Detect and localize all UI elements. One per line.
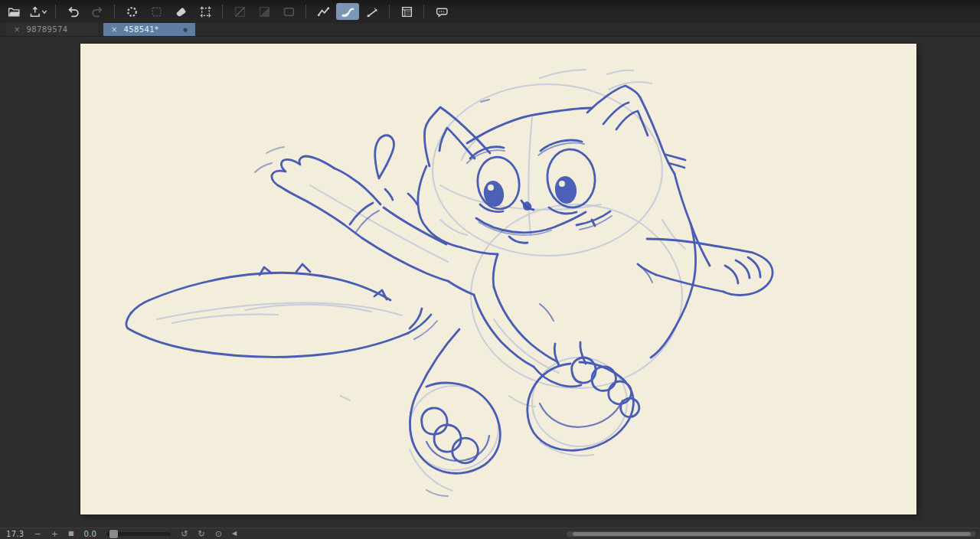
deselect-icon <box>150 5 163 18</box>
toolbar-separator <box>389 5 390 18</box>
layer-editor-icon <box>400 5 413 18</box>
rotate-ccw-button[interactable]: ↺ <box>181 530 188 538</box>
undo-icon <box>67 5 80 18</box>
reset-view-button[interactable]: ⊙ <box>215 530 222 538</box>
perspective-button <box>277 3 300 20</box>
toolbar <box>0 0 980 23</box>
tab-modified-indicator: ● <box>183 27 188 33</box>
open-file-icon <box>8 5 21 18</box>
fill-button[interactable] <box>169 3 192 20</box>
horizontal-scrollbar[interactable] <box>567 531 975 537</box>
sketch-construction-lines <box>157 70 685 491</box>
zoom-in-button[interactable]: + <box>51 530 58 538</box>
tab-label: 98789574 <box>26 25 90 34</box>
predictive-stroke-button[interactable] <box>312 3 335 20</box>
collapse-statusbar-button[interactable]: ◀ <box>232 531 237 537</box>
tab-458541[interactable]: ×458541*● <box>103 23 195 36</box>
tab-close-icon[interactable]: × <box>14 26 20 34</box>
deselect-button <box>145 3 168 20</box>
symmetry-y-icon <box>258 5 271 18</box>
ruler-icon <box>366 5 379 18</box>
steady-stroke-button[interactable] <box>336 3 359 20</box>
sketch-drawing <box>80 44 916 514</box>
export-icon <box>29 5 47 18</box>
drawing-canvas[interactable] <box>80 44 916 514</box>
redo-button <box>86 3 109 20</box>
rotation-slider[interactable] <box>106 532 171 536</box>
symmetry-x-button <box>228 3 251 20</box>
feedback-button[interactable] <box>430 3 452 20</box>
steady-stroke-icon <box>341 5 354 18</box>
selection-icon <box>126 5 139 18</box>
toolbar-separator <box>423 5 424 18</box>
symmetry-y-button <box>253 3 276 20</box>
toolbar-separator <box>114 5 115 18</box>
export-button[interactable] <box>27 3 50 20</box>
tab-98789574[interactable]: ×98789574 <box>6 23 98 36</box>
toolbar-separator <box>55 5 56 18</box>
feedback-icon <box>435 5 448 18</box>
app-window: ×98789574×458541*● <box>0 0 980 539</box>
tab-label: 458541* <box>123 25 177 34</box>
undo-button[interactable] <box>61 3 84 20</box>
open-file-button[interactable] <box>2 3 25 20</box>
toolbar-separator <box>305 5 306 18</box>
tab-close-icon[interactable]: × <box>111 26 117 34</box>
crop-button[interactable] <box>194 3 217 20</box>
status-bar: 17.3 − + ■ 0.0 ↺ ↻ ⊙ ◀ <box>0 528 980 539</box>
zoom-value: 17.3 <box>6 530 24 538</box>
layer-editor-button[interactable] <box>395 3 418 20</box>
redo-icon <box>91 5 104 18</box>
perspective-icon <box>283 5 296 18</box>
rotation-value: 0.0 <box>83 530 96 538</box>
tab-bar: ×98789574×458541*● <box>0 23 980 37</box>
selection-button[interactable] <box>120 3 143 20</box>
horizontal-scrollbar-thumb[interactable] <box>573 532 971 536</box>
symmetry-x-icon <box>234 5 247 18</box>
crop-icon <box>199 5 212 18</box>
zoom-out-button[interactable]: − <box>34 530 41 538</box>
toolbar-separator <box>222 5 223 18</box>
ruler-button[interactable] <box>361 3 384 20</box>
fit-screen-button[interactable]: ■ <box>68 531 74 537</box>
predictive-stroke-icon <box>317 5 330 18</box>
rotation-slider-thumb[interactable] <box>109 530 118 538</box>
fill-icon <box>175 5 188 18</box>
sketch-ink-lines <box>126 86 773 496</box>
rotate-cw-button[interactable]: ↻ <box>198 530 205 538</box>
